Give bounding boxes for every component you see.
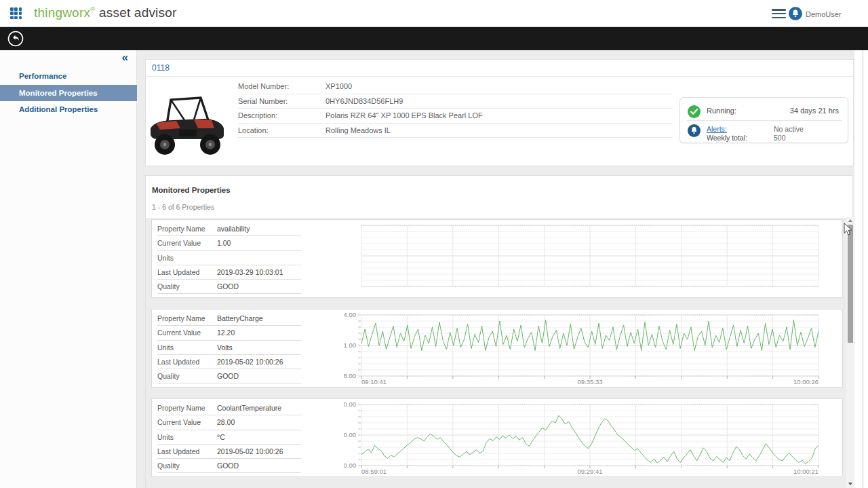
property-list: Property NameavailabilityCurrent Value1.… bbox=[146, 218, 847, 488]
property-field-row: Current Value1.00 bbox=[157, 236, 301, 250]
scrollbar-down-arrow[interactable] bbox=[846, 481, 854, 487]
brand-app-name: asset advisor bbox=[99, 5, 177, 20]
property-field-row: Property Nameavailability bbox=[157, 222, 301, 236]
svg-text:8.00: 8.00 bbox=[344, 372, 356, 379]
property-fields: Property NameBatteryChargeCurrent Value1… bbox=[157, 312, 301, 383]
divider bbox=[146, 76, 853, 77]
detail-label: Model Number: bbox=[238, 82, 311, 90]
back-button[interactable] bbox=[7, 31, 24, 47]
weekly-total-label: Weekly total: bbox=[707, 134, 747, 142]
svg-text:100.00: 100.00 bbox=[344, 400, 356, 408]
scrollbar[interactable] bbox=[846, 217, 854, 488]
property-field-row: QualityGOOD bbox=[157, 280, 301, 294]
alerts-bell-icon bbox=[688, 124, 701, 137]
weekly-total-value: 500 bbox=[774, 134, 786, 142]
svg-text:10:00:26: 10:00:26 bbox=[793, 378, 818, 386]
field-value: Volts bbox=[217, 343, 233, 352]
field-label: Units bbox=[157, 433, 217, 441]
field-value: BatteryCharge bbox=[217, 314, 263, 322]
running-check-icon bbox=[688, 105, 701, 118]
sidebar-nav: PerformanceMonitored PropertiesAdditiona… bbox=[0, 68, 137, 118]
field-label: Current Value bbox=[157, 418, 217, 426]
field-label: Current Value bbox=[157, 329, 217, 337]
asset-detail-row: Location:Rolling Meadows IL bbox=[238, 124, 673, 138]
field-label: Property Name bbox=[157, 404, 217, 412]
property-fields: Property NameCoolantTemperatureCurrent V… bbox=[157, 401, 301, 473]
field-value: °C bbox=[217, 433, 225, 441]
property-field-row: Last Updated2019-05-02 10:00:26 bbox=[157, 355, 301, 369]
field-label: Quality bbox=[157, 282, 217, 290]
detail-value: Rolling Meadows IL bbox=[326, 126, 391, 134]
sidebar-item-monitored-properties[interactable]: Monitored Properties bbox=[0, 85, 137, 102]
menu-icon[interactable] bbox=[772, 9, 786, 19]
property-field-row: Current Value12.20 bbox=[157, 326, 301, 340]
field-label: Last Updated bbox=[157, 268, 217, 276]
sidebar: « PerformanceMonitored PropertiesAdditio… bbox=[0, 50, 137, 488]
asset-status-card: Running: 34 days 21 hrs Alerts: No activ… bbox=[679, 97, 848, 143]
right-margin-strip bbox=[854, 50, 868, 488]
field-label: Property Name bbox=[157, 225, 217, 233]
property-card: Property NameBatteryChargeCurrent Value1… bbox=[151, 309, 843, 388]
field-label: Quality bbox=[157, 462, 217, 470]
scrollbar-thumb[interactable] bbox=[848, 225, 853, 343]
property-field-row: UnitsVolts bbox=[157, 341, 301, 355]
property-card: Property NameCoolantTemperatureCurrent V… bbox=[151, 398, 843, 477]
alerts-value: No active bbox=[774, 125, 804, 133]
svg-text:14.00: 14.00 bbox=[344, 311, 356, 318]
sidebar-item-additional-properties[interactable]: Additional Properties bbox=[0, 101, 137, 118]
property-trend-chart: 100.0050.000.0008:59:0109:29:4110:00:21 bbox=[344, 400, 823, 476]
field-value: 28.00 bbox=[217, 418, 235, 426]
field-value: 2019-03-29 10:03:01 bbox=[217, 268, 283, 276]
detail-value: Polaris RZR 64" XP 1000 EPS Black Pearl … bbox=[326, 111, 483, 119]
divider bbox=[687, 120, 842, 121]
field-value: 12.20 bbox=[217, 329, 235, 337]
property-field-row: Units°C bbox=[157, 430, 301, 445]
alerts-link[interactable]: Alerts: bbox=[707, 125, 727, 133]
property-trend-chart: 14.0011.008.0009:10:4109:35:3310:00:26 bbox=[344, 311, 823, 387]
field-label: Property Name bbox=[157, 314, 217, 322]
detail-value: XP1000 bbox=[326, 82, 352, 90]
detail-label: Serial Number: bbox=[238, 97, 311, 105]
chart-container bbox=[344, 221, 823, 300]
field-label: Current Value bbox=[157, 239, 217, 247]
property-field-row: Current Value28.00 bbox=[157, 415, 301, 430]
property-field-row: QualityGOOD bbox=[157, 369, 301, 383]
detail-label: Description: bbox=[238, 111, 311, 119]
action-bar bbox=[0, 27, 868, 50]
asset-id-link[interactable]: 0118 bbox=[152, 63, 170, 73]
detail-label: Location: bbox=[238, 126, 311, 134]
field-label: Units bbox=[157, 254, 217, 262]
svg-text:09:10:41: 09:10:41 bbox=[361, 378, 387, 386]
field-value: GOOD bbox=[217, 462, 239, 470]
detail-value: 0HY6JND834D56FLH9 bbox=[326, 97, 403, 105]
collapse-sidebar-icon[interactable]: « bbox=[122, 52, 128, 64]
main-content: 0118 M bbox=[137, 50, 854, 488]
svg-text:09:35:33: 09:35:33 bbox=[578, 378, 603, 386]
app-grid-icon[interactable] bbox=[10, 7, 22, 20]
top-bar: thingworx®asset advisor DemoUser bbox=[0, 0, 868, 27]
section-title: Monitored Properties bbox=[152, 186, 231, 194]
field-value: 2019-05-02 10:00:26 bbox=[217, 358, 283, 366]
field-value: GOOD bbox=[217, 282, 239, 290]
property-fields: Property NameavailabilityCurrent Value1.… bbox=[157, 222, 301, 294]
scrollbar-up-arrow[interactable] bbox=[846, 217, 854, 224]
svg-text:0.00: 0.00 bbox=[344, 462, 356, 469]
running-value: 34 days 21 hrs bbox=[790, 107, 839, 115]
running-label: Running: bbox=[707, 107, 736, 115]
property-field-row: Property NameCoolantTemperature bbox=[157, 401, 301, 415]
asset-detail-row: Description:Polaris RZR 64" XP 1000 EPS … bbox=[238, 109, 673, 124]
user-avatar-bell-icon[interactable] bbox=[789, 7, 802, 20]
properties-count: 1 - 6 of 6 Properties bbox=[152, 203, 214, 211]
svg-text:11.00: 11.00 bbox=[344, 341, 356, 349]
sidebar-item-performance[interactable]: Performance bbox=[0, 68, 137, 85]
property-field-row: Last Updated2019-05-02 10:00:26 bbox=[157, 445, 301, 459]
asset-detail-row: Serial Number:0HY6JND834D56FLH9 bbox=[238, 94, 673, 109]
asset-details-table: Model Number:XP1000Serial Number:0HY6JND… bbox=[238, 79, 673, 138]
asset-header-card: 0118 M bbox=[145, 59, 854, 166]
field-value: 1.00 bbox=[217, 239, 231, 247]
field-label: Units bbox=[157, 343, 217, 352]
property-field-row: Last Updated2019-03-29 10:03:01 bbox=[157, 265, 301, 280]
asset-detail-row: Model Number:XP1000 bbox=[238, 79, 673, 94]
chart-container: 14.0011.008.0009:10:4109:35:3310:00:26 bbox=[344, 311, 823, 390]
svg-text:08:59:01: 08:59:01 bbox=[361, 468, 387, 475]
